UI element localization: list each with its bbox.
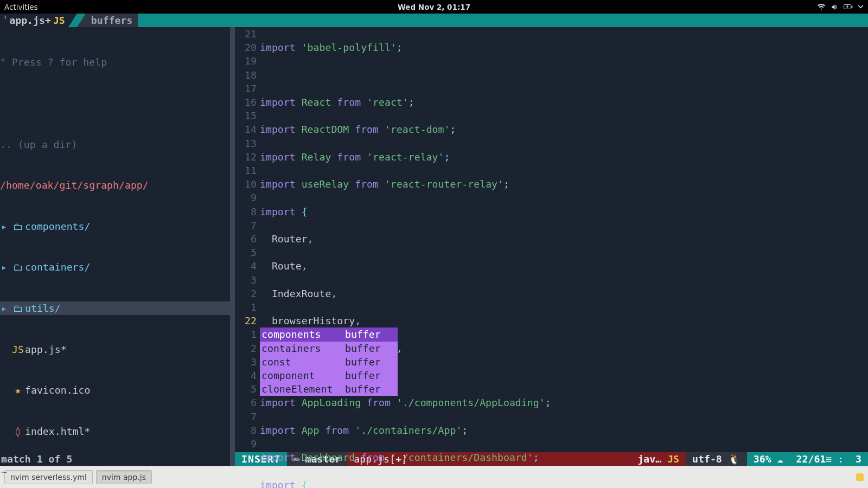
popup-item[interactable]: containersbuffer (260, 342, 398, 355)
buffers-indicator[interactable]: buffers (77, 14, 138, 27)
tree-help-hint: " Press ? for help (0, 55, 230, 69)
popup-item[interactable]: componentsbuffer (260, 328, 398, 341)
file-tree[interactable]: " Press ? for help .. (up a dir) /home/o… (0, 27, 230, 452)
tab-index: ¹ (3, 15, 7, 22)
popup-item[interactable]: componentbuffer (260, 369, 398, 382)
clock[interactable]: Wed Nov 2, 01:17 (398, 3, 470, 11)
wifi-icon (817, 3, 826, 11)
line-number-gutter: 212019 181716 151413 121110 987 654 321 … (235, 27, 260, 452)
buffer-tabline: ¹ app.js+ JS buffers (0, 14, 868, 27)
tree-cwd: /home/oak/git/sgraph/app/ (0, 178, 230, 192)
autocomplete-popup[interactable]: componentsbuffer containersbuffer constb… (260, 328, 398, 396)
tree-dir-containers[interactable]: ▸🗀containers/ (0, 260, 230, 274)
tab-filename: app.js+ (9, 15, 51, 26)
tab-separator (68, 14, 77, 27)
tree-dir-components[interactable]: ▸🗀components/ (0, 220, 230, 233)
volume-icon (831, 3, 839, 11)
activities-button[interactable]: Activities (4, 3, 38, 11)
updir[interactable]: .. (up a dir) (0, 139, 77, 150)
system-tray[interactable] (817, 3, 864, 11)
status-match: match 1 of 5 (0, 452, 230, 466)
svg-rect-1 (851, 6, 852, 8)
tree-dir-utils[interactable]: ▸🗀utils/ (0, 301, 230, 315)
tilde-row: ~ (0, 465, 230, 479)
tree-file-index-html[interactable]: ◊index.html* (0, 425, 230, 438)
popup-item[interactable]: cloneElementbuffer (260, 382, 398, 396)
chevron-down-icon (858, 4, 864, 10)
code-editor[interactable]: 212019 181716 151413 121110 987 654 321 … (235, 27, 868, 452)
terminal: ¹ app.js+ JS buffers " Press ? for help … (0, 14, 868, 466)
tab-filetype-badge: JS (53, 15, 65, 26)
vertical-split[interactable] (230, 27, 235, 452)
gnome-top-bar: Activities Wed Nov 2, 01:17 (0, 0, 868, 14)
tab-app-js[interactable]: ¹ app.js+ JS (0, 14, 68, 27)
tree-file-app-js[interactable]: JSapp.js* (0, 343, 230, 356)
popup-item[interactable]: constbuffer (260, 355, 398, 369)
tree-file-favicon[interactable]: ★favicon.ico (0, 383, 230, 397)
battery-icon (844, 3, 853, 10)
